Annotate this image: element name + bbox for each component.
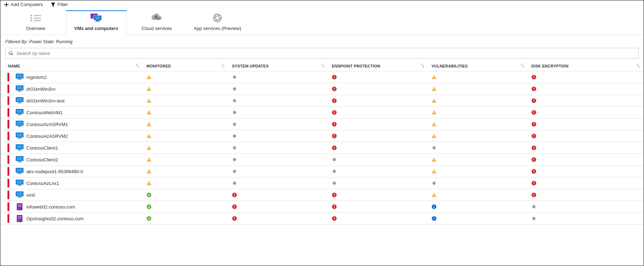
resource-name: OpsInsights02.contoso.com [26, 216, 83, 221]
col-header-vulnerabilities[interactable]: VULNERABILITIES [428, 64, 528, 68]
sort-icon [136, 64, 139, 67]
status-err-icon [531, 145, 536, 150]
status-err-icon [531, 134, 536, 139]
resource-name: ContosoWebVM1 [26, 110, 63, 115]
svg-rect-7 [95, 21, 100, 22]
status-ok-icon [146, 192, 151, 197]
status-warn-icon [146, 157, 151, 162]
status-none-icon [432, 145, 437, 150]
resource-name: vm0 [26, 192, 35, 198]
status-warn-icon [432, 98, 437, 103]
search-input[interactable] [16, 50, 635, 56]
tab-cloud-services[interactable]: Cloud services [127, 10, 187, 35]
command-bar: Add Computers Filter [0, 0, 644, 9]
globe-icon [187, 13, 247, 23]
status-warn-icon [432, 122, 437, 127]
table-row[interactable]: mgmtvm2 [0, 71, 644, 83]
sort-icon [521, 64, 524, 67]
status-err-icon [531, 181, 536, 186]
tab-overview[interactable]: Overview [5, 10, 66, 35]
col-header-system-updates[interactable]: SYSTEM UPDATES [228, 64, 328, 68]
filter-button[interactable]: Filter [51, 2, 68, 7]
table-row[interactable]: ContosoWebVM1 [0, 107, 644, 119]
status-none-icon [432, 181, 437, 186]
server-icon [16, 215, 24, 222]
status-none-icon [531, 204, 536, 209]
vm-icon [16, 109, 24, 116]
status-warn-icon [432, 75, 437, 80]
status-none-icon [232, 169, 237, 174]
col-header-endpoint-protection[interactable]: ENDPOINT PROTECTION [328, 64, 428, 68]
funnel-icon [51, 2, 56, 7]
table-row[interactable]: OpsInsights02.contoso.com [0, 213, 644, 225]
table-row[interactable]: ContosoAzLnx1 [0, 177, 644, 189]
status-err-icon [531, 98, 536, 103]
resource-name: ContosoClient2 [26, 157, 58, 162]
filtered-by-text: Filtered By: Power State: Running [0, 35, 644, 48]
svg-rect-5 [95, 16, 100, 19]
vm-icon [16, 144, 24, 151]
status-ok-icon [146, 204, 151, 209]
status-none-icon [531, 216, 536, 221]
tab-app-services[interactable]: App services (Preview) [187, 10, 248, 35]
severity-indicator [7, 202, 9, 211]
severity-indicator [7, 85, 9, 93]
status-none-icon [332, 169, 337, 174]
search-icon [9, 51, 14, 56]
status-err-icon [531, 75, 536, 80]
status-none-icon [232, 98, 237, 103]
status-warn-icon [146, 98, 151, 103]
resource-name: dr01knWinSrv-test [26, 98, 65, 104]
vm-icon [16, 74, 24, 81]
add-computers-label: Add Computers [11, 2, 43, 7]
add-computers-button[interactable]: Add Computers [4, 2, 43, 7]
sort-icon [321, 64, 325, 67]
table-row[interactable]: ContosoAzASRVM2 [0, 130, 644, 142]
resource-name: ContosoAzASRVM1 [26, 122, 68, 127]
status-err-icon [332, 98, 337, 103]
resource-name: mgmtvm2 [26, 75, 47, 80]
tab-vms-and-computers[interactable]: VMs and computers [66, 10, 127, 35]
tab-label: App services (Preview) [194, 26, 241, 31]
status-err-icon [531, 86, 536, 91]
table-row[interactable]: dr01knWinSrv-test [0, 95, 644, 107]
table-row[interactable]: vm0 [0, 189, 644, 201]
col-header-disk-encryption[interactable]: DISK ENCRYPTION [528, 64, 644, 68]
vm-icon [16, 168, 24, 175]
vm-icon [16, 97, 24, 104]
vm-icon [16, 132, 24, 140]
resource-name: dr01knWinSrv [26, 86, 56, 92]
status-none-icon [232, 110, 237, 115]
table-row[interactable]: dr01knWinSrv [0, 83, 644, 95]
table-row[interactable]: ContosoClient1 [0, 142, 644, 154]
table-row[interactable]: ContosoAzASRVM1 [0, 119, 644, 130]
server-icon [16, 203, 24, 210]
status-none-icon [232, 86, 237, 91]
severity-indicator [7, 108, 9, 117]
severity-indicator [7, 167, 9, 176]
col-header-monitored[interactable]: MONITORED [143, 64, 228, 68]
table-row[interactable]: aks-nodepool1-85388480-0 [0, 166, 644, 177]
severity-indicator [7, 132, 9, 140]
table-row[interactable]: infoweb02.contoso.com [0, 201, 644, 213]
severity-indicator [7, 120, 9, 129]
resource-name: aks-nodepool1-85388480-0 [26, 169, 83, 174]
status-err-icon [332, 204, 337, 209]
search-box[interactable] [5, 48, 639, 59]
status-err-icon [332, 216, 337, 221]
sort-icon [421, 64, 424, 67]
status-warn-icon [146, 86, 151, 91]
checklist-icon [6, 13, 66, 23]
status-err-icon [531, 169, 536, 174]
status-warn-icon [432, 86, 437, 91]
status-warn-icon [146, 145, 151, 150]
status-warn-icon [432, 169, 437, 174]
status-err-icon [232, 216, 237, 221]
vms-icon [66, 13, 126, 23]
status-err-icon [531, 157, 536, 162]
plus-icon [4, 2, 9, 7]
resource-name: ContosoClient1 [26, 145, 58, 151]
col-header-name[interactable]: NAME [0, 64, 143, 68]
table-row[interactable]: ContosoClient2 [0, 154, 644, 166]
filter-label: Filter [57, 2, 68, 7]
